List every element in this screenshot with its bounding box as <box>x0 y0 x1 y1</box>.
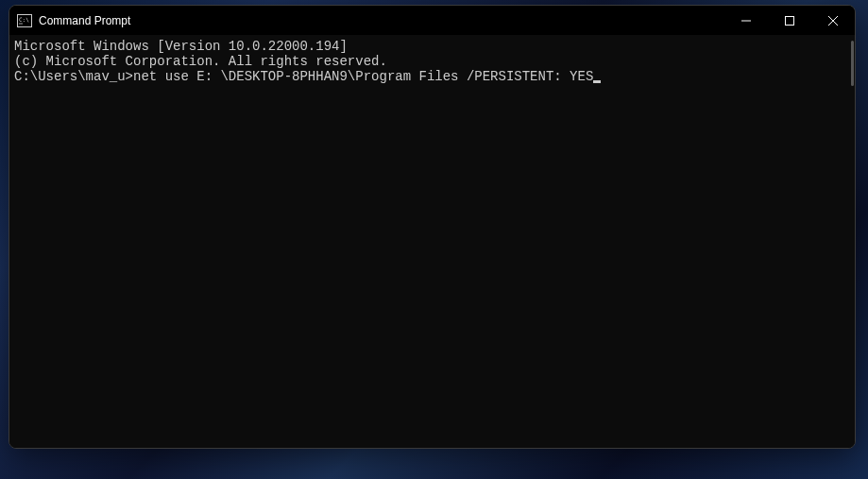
command-prompt-window: C:\ Command Prompt Microsoft Windows [Ve… <box>9 5 856 449</box>
window-controls <box>724 6 855 35</box>
titlebar[interactable]: C:\ Command Prompt <box>9 6 855 35</box>
svg-rect-4 <box>786 16 794 25</box>
output-line: Microsoft Windows [Version 10.0.22000.19… <box>14 39 850 54</box>
prompt-line: C:\Users\mav_u>net use E: \DESKTOP-8PHHA… <box>14 69 850 84</box>
window-title: Command Prompt <box>39 14 724 27</box>
maximize-button[interactable] <box>768 6 811 35</box>
text-cursor <box>593 80 601 83</box>
cmd-icon: C:\ <box>17 13 32 28</box>
scrollbar-thumb[interactable] <box>851 41 854 86</box>
output-line: (c) Microsoft Corporation. All rights re… <box>14 54 850 69</box>
command-text: net use E: \DESKTOP-8PHHAN9\Program File… <box>133 69 593 84</box>
terminal-output[interactable]: Microsoft Windows [Version 10.0.22000.19… <box>9 35 855 448</box>
scrollbar[interactable] <box>847 35 854 447</box>
minimize-button[interactable] <box>724 6 768 35</box>
close-button[interactable] <box>811 6 855 35</box>
svg-text:C:\: C:\ <box>19 16 29 23</box>
prompt-text: C:\Users\mav_u> <box>14 69 133 84</box>
